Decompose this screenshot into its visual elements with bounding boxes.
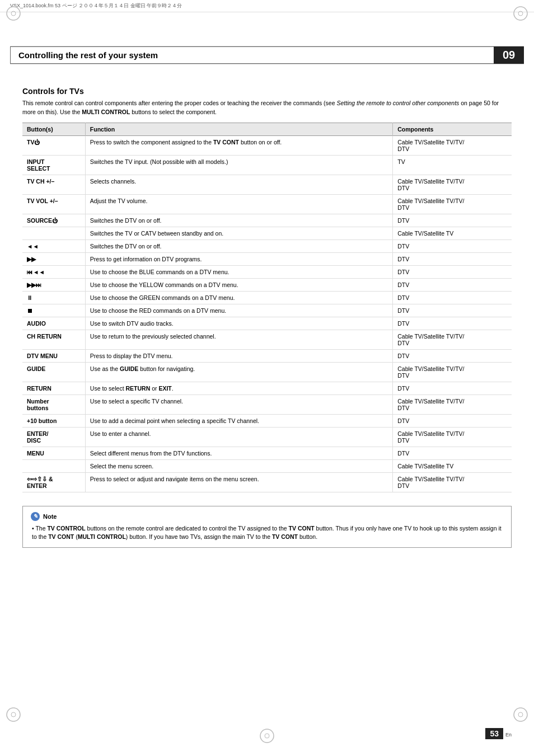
note-icon: ✎ [31,512,40,521]
btn-cell: ⏮◄◄ [22,265,85,278]
corner-decoration-bl [6,707,21,722]
svg-point-4 [7,708,20,721]
comp-cell: Cable TV/Satellite TV/TV/DTV [393,194,512,214]
table-row: ⏹ Use to choose the RED commands on a DT… [22,304,512,317]
btn-cell: +10 button [22,414,85,427]
comp-cell: DTV [393,317,512,330]
table-row: ◄◄ Switches the DTV on or off. DTV [22,240,512,252]
table-row: ⇦⇨⇧⇩ &ENTER Press to select or adjust an… [22,472,512,492]
svg-point-2 [514,7,527,20]
table-row: ENTER/DISC Use to enter a channel. Cable… [22,427,512,447]
comp-cell: DTV [393,382,512,395]
svg-point-3 [518,11,523,16]
note-header: ✎ Note [31,512,503,521]
table-row: ▶▶ Press to get information on DTV progr… [22,252,512,265]
func-cell: Use to select a specific TV channel. [85,395,392,414]
bottom-center-decoration [259,728,275,745]
btn-cell: RETURN [22,382,85,395]
btn-cell: Numberbuttons [22,395,85,414]
comp-cell: DTV [393,252,512,265]
comp-cell: DTV [393,291,512,304]
comp-cell: DTV [393,414,512,427]
comp-cell: DTV [393,349,512,362]
table-row: ⏮◄◄ Use to choose the BLUE commands on a… [22,265,512,278]
func-cell: Switches the TV input. (Not possible wit… [85,155,392,175]
func-cell: Use to choose the BLUE commands on a DTV… [85,265,392,278]
btn-cell: DTV MENU [22,349,85,362]
func-cell: Press to display the DTV menu. [85,349,392,362]
btn-cell: SOURCE⏻ [22,214,85,227]
comp-cell: DTV [393,240,512,252]
table-row: ▶▶⏭ Use to choose the YELLOW commands on… [22,278,512,291]
corner-decoration-br [513,707,528,722]
func-cell: Use to choose the YELLOW commands on a D… [85,278,392,291]
col-header-components: Components [393,123,512,135]
table-row: ⏸ Use to choose the GREEN commands on a … [22,291,512,304]
main-content: Controls for TVs This remote control can… [0,64,534,565]
btn-cell: INPUTSELECT [22,155,85,175]
table-row: SOURCE⏻ Switches the DTV on or off. DTV [22,214,512,227]
comp-cell: Cable TV/Satellite TV [393,459,512,472]
table-row: RETURN Use to select RETURN or EXIT. DTV [22,382,512,395]
btn-cell: ENTER/DISC [22,427,85,447]
func-cell: Use to enter a channel. [85,427,392,447]
func-cell: Press to select or adjust and navigate i… [85,472,392,492]
comp-cell: Cable TV/Satellite TV/TV/DTV [393,472,512,492]
btn-cell: TV⏻ [22,135,85,155]
table-row: +10 button Use to add a decimal point wh… [22,414,512,427]
func-cell: Select different menus from the DTV func… [85,447,392,459]
func-cell: Switches the DTV on or off. [85,240,392,252]
section-title: Controls for TVs [22,87,512,96]
page-lang: En [505,732,512,738]
table-row: GUIDE Use as the GUIDE button for naviga… [22,362,512,382]
func-cell: Selects channels. [85,175,392,194]
table-row: Numberbuttons Use to select a specific T… [22,395,512,414]
btn-cell: ◄◄ [22,240,85,252]
comp-cell: DTV [393,265,512,278]
svg-point-6 [514,708,527,721]
header-title-area: Controlling the rest of your system [10,46,494,64]
func-cell: Use to return to the previously selected… [85,330,392,349]
func-cell: Use to switch DTV audio tracks. [85,317,392,330]
btn-cell: ▶▶⏭ [22,278,85,291]
comp-cell: TV [393,155,512,175]
svg-point-8 [260,729,274,743]
btn-cell [22,459,85,472]
table-row: TV VOL +/– Adjust the TV volume. Cable T… [22,194,512,214]
corner-decoration-tl [6,6,21,21]
svg-point-9 [265,734,269,738]
table-row: Select the menu screen. Cable TV/Satelli… [22,459,512,472]
func-cell: Press to get information on DTV programs… [85,252,392,265]
btn-cell: TV VOL +/– [22,194,85,214]
table-row: CH RETURN Use to return to the previousl… [22,330,512,349]
col-header-function: Function [85,123,392,135]
svg-point-7 [518,712,523,717]
func-cell: Press to switch the component assigned t… [85,135,392,155]
btn-cell: MENU [22,447,85,459]
comp-cell: Cable TV/Satellite TV/TV/DTV [393,395,512,414]
func-cell: Adjust the TV volume. [85,194,392,214]
btn-cell: TV CH +/– [22,175,85,194]
page-container: VSX_1014.book.fm 53 ページ ２００４年５月１４日 金曜日 午… [0,0,534,756]
comp-cell: Cable TV/Satellite TV/TV/DTV [393,362,512,382]
controls-table: Button(s) Function Components TV⏻ Press … [22,123,512,492]
btn-cell: AUDIO [22,317,85,330]
header-bar: Controlling the rest of your system 09 [10,46,524,64]
col-header-button: Button(s) [22,123,85,135]
svg-point-1 [11,11,16,16]
file-info-text: VSX_1014.book.fm 53 ページ ２００４年５月１４日 金曜日 午… [10,2,182,10]
comp-cell: Cable TV/Satellite TV/TV/DTV [393,135,512,155]
table-row: Switches the TV or CATV between standby … [22,227,512,240]
comp-cell: Cable TV/Satellite TV [393,227,512,240]
btn-cell: ⏸ [22,291,85,304]
comp-cell: DTV [393,304,512,317]
table-row: TV⏻ Press to switch the component assign… [22,135,512,155]
func-cell: Switches the TV or CATV between standby … [85,227,392,240]
func-cell: Use to add a decimal point when selectin… [85,414,392,427]
func-cell: Use to choose the GREEN commands on a DT… [85,291,392,304]
btn-cell: CH RETURN [22,330,85,349]
table-row: DTV MENU Press to display the DTV menu. … [22,349,512,362]
file-info-bar: VSX_1014.book.fm 53 ページ ２００４年５月１４日 金曜日 午… [0,0,534,12]
note-section: ✎ Note • The TV CONTROL buttons on the r… [22,506,512,548]
btn-cell [22,227,85,240]
